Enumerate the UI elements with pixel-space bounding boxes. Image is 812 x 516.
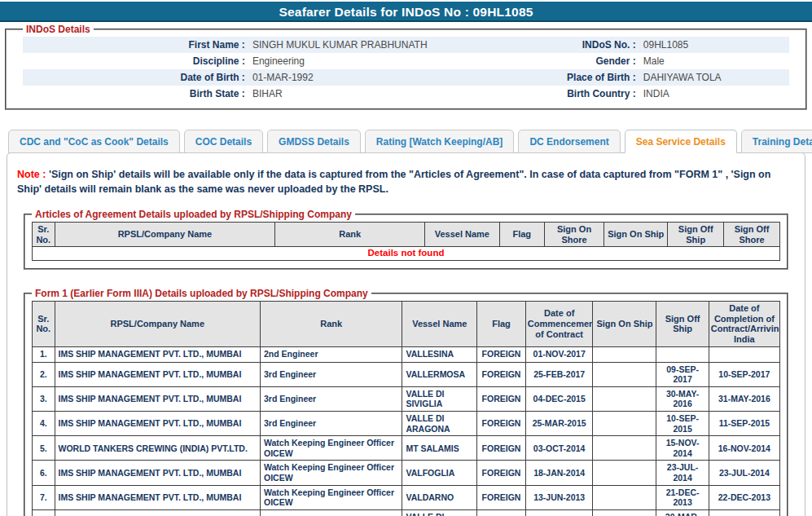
first-name-value: SINGH MUKUL KUMAR PRABHUNATH [245,39,537,51]
table-cell: 10-SEP-2015 [656,412,709,436]
column-header: RPSL/Company Name [55,302,260,347]
indos-row: First Name : SINGH MUKUL KUMAR PRABHUNAT… [23,37,789,53]
discipline-value: Engineering [245,55,537,67]
table-row: 1.IMS SHIP MANAGEMENT PVT. LTD., MUMBAI2… [33,346,780,362]
table-cell: 04-DEC-2015 [525,386,593,411]
empty-row: Details not found [33,247,780,261]
tab-cdc-and-coc-as-cook-details[interactable]: CDC and "CoC as Cook" Details [8,130,180,153]
table-cell: FOREIGN [477,362,526,386]
date-of-birth-value: 01-MAR-1992 [245,72,537,83]
table-cell: 31-MAY-2016 [709,386,779,411]
table-cell: 3rd Engineer [260,362,402,386]
table-cell: 25-MAR-2015 [525,412,593,436]
sea-service-panel: Note : 'Sign on Ship' details will be av… [7,152,805,516]
note-body: 'Sign on Ship' details will be available… [17,169,770,195]
table-cell: FOREIGN [477,509,526,516]
table-header-row: Sr. No.RPSL/Company NameRankVessel NameF… [33,302,780,347]
table-cell: 23-JUL-2014 [656,461,709,485]
table-cell: FOREIGN [477,412,526,436]
table-cell: IMS SHIP MANAGEMENT PVT. LTD., MUMBAI [55,386,260,411]
form1-legend: Form 1 (Earlier Form IIIA) Details uploa… [32,288,371,299]
table-cell [709,346,779,362]
column-header: Date of Completion of Contract/Arriving … [709,302,779,347]
note-prefix: Note : [17,169,46,180]
table-cell: 01-NOV-2017 [525,346,593,362]
table-cell: 3rd Engineer [260,386,402,411]
table-row: 5.WORLD TANKERS CREWING (INDIA) PVT.LTD.… [33,436,780,461]
table-cell: 25-FEB-2017 [525,362,593,386]
tab-rating-watch-keeping-ab[interactable]: Rating [Watch Keeping/AB] [365,130,515,153]
table-cell: 22-DEC-2013 [709,485,779,509]
table-cell: 10-SEP-2017 [709,362,779,386]
column-header: Sign On Ship [593,302,656,347]
table-cell: FOREIGN [477,436,526,461]
birth-country-label: Birth Country : [536,88,635,99]
tab-dc-endorsement[interactable]: DC Endorsement [518,130,620,153]
table-cell [593,346,656,362]
articles-of-agreement-legend: Articles of Agreement Details uploaded b… [32,209,355,220]
indos-row: Date of Birth : 01-MAR-1992 Place of Bir… [23,69,789,86]
indos-no-value: 09HL1085 [636,39,789,51]
table-cell: 16-NOV-2014 [709,436,779,461]
note-text: Note : 'Sign on Ship' details will be av… [17,168,795,196]
table-cell: Trainee Marine Engineer [260,509,402,516]
tab-coc-details[interactable]: COC Details [184,130,263,153]
form1-table: Sr. No.RPSL/Company NameRankVessel NameF… [32,301,780,516]
table-row: 3.IMS SHIP MANAGEMENT PVT. LTD., MUMBAI3… [33,386,780,411]
tab-gmdss-details[interactable]: GMDSS Details [267,130,361,153]
page-title: Seafarer Details for INDoS No : 09HL1085 [0,2,812,22]
column-header: Date of Commencement of Contract [525,302,593,347]
column-header: Flag [477,302,526,347]
table-cell: 15-NOV-2014 [656,436,709,461]
table-cell: 7. [33,485,55,509]
column-header: Sr. No. [33,223,55,247]
date-of-birth-label: Date of Birth : [23,72,245,83]
birth-state-label: Birth State : [23,88,245,99]
tab-training-details[interactable]: Training Details [741,130,812,153]
table-header-row: Sr. No.RPSL/Company NameRankVessel NameF… [33,223,780,247]
table-cell: 2nd Engineer [260,346,402,362]
column-header: Sr. No. [33,302,55,347]
tab-sea-service-details[interactable]: Sea Service Details [625,130,737,153]
table-cell: FOREIGN [477,461,526,485]
table-cell: Watch Keeping Engineer Officer OICEW [260,436,402,461]
table-cell: IMS SHIP MANAGEMENT PVT. LTD., MUMBAI [55,362,260,386]
table-cell: 6. [33,461,55,485]
indos-details-section: INDoS Details First Name : SINGH MUKUL K… [5,24,807,110]
table-cell: IMS SHIP MANAGEMENT PVT. LTD., MUMBAI [55,461,260,485]
table-cell: 20-MAR-2013 [656,509,709,516]
table-cell: 5. [33,436,55,461]
table-cell: FOREIGN [477,346,526,362]
table-cell: FOREIGN [477,386,526,411]
table-cell: 8. [33,509,55,516]
column-header: Flag [499,223,544,247]
table-cell: 30-MAY-2016 [656,386,709,411]
table-cell [593,509,656,516]
table-cell: 21-DEC-2013 [656,485,709,509]
discipline-label: Discipline : [23,55,245,67]
table-row: 6.IMS SHIP MANAGEMENT PVT. LTD., MUMBAIW… [33,461,780,485]
table-cell: 18-JAN-2014 [525,461,593,485]
indos-row: Birth State : BIHAR Birth Country : INDI… [23,86,789,102]
table-cell: 03-OCT-2014 [525,436,593,461]
table-cell: 09-SEP-2017 [656,362,709,386]
first-name-label: First Name : [23,39,245,51]
table-cell: 1. [33,346,55,362]
column-header: Sign Off Ship [668,223,724,247]
table-cell: VALLERMOSA [402,362,477,386]
birth-country-value: INDIA [636,88,789,99]
table-cell: IMS SHIP MANAGEMENT PVT. LTD., MUMBAI [55,346,260,362]
table-cell: FOREIGN [477,485,526,509]
table-cell: 11-SEP-2015 [709,412,779,436]
table-cell [593,386,656,411]
table-row: 2.IMS SHIP MANAGEMENT PVT. LTD., MUMBAI3… [33,362,780,386]
column-header: Vessel Name [424,223,499,247]
column-header: Sign Off Shore [724,223,780,247]
table-cell: VALLESINA [402,346,477,362]
table-cell: IMS SHIP MANAGEMENT PVT. LTD., MUMBAI [55,412,260,436]
table-cell: Watch Keeping Engineer Officer OICEW [260,461,402,485]
gender-label: Gender : [536,55,635,67]
empty-message: Details not found [33,247,780,261]
table-cell [593,485,656,509]
table-cell: VALLE DI SIVIGLIA [402,386,477,411]
